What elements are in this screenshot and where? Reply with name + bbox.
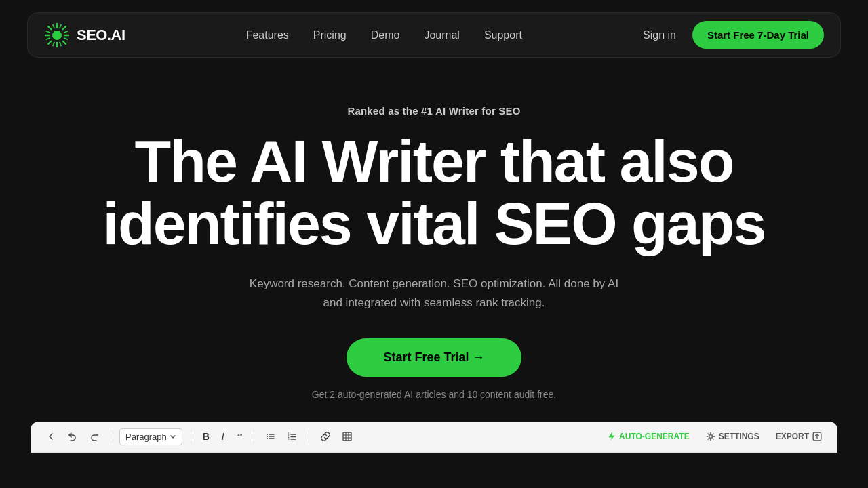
undo-button[interactable]	[64, 430, 81, 443]
svg-text:3.: 3.	[288, 437, 290, 441]
sign-in-link[interactable]: Sign in	[643, 29, 676, 41]
svg-point-0	[52, 30, 62, 40]
export-label: EXPORT	[776, 432, 809, 441]
svg-line-12	[64, 31, 68, 33]
svg-line-15	[60, 24, 61, 28]
auto-generate-label: AUTO-GENERATE	[619, 432, 690, 441]
nav-links: Features Pricing Demo Journal Support	[246, 29, 522, 41]
ordered-list-button[interactable]: 1. 2. 3.	[284, 430, 300, 443]
hero-badge: Ranked as the #1 AI Writer for SEO	[347, 105, 520, 117]
back-button[interactable]	[43, 430, 59, 443]
lightning-icon	[606, 432, 616, 441]
hero-note: Get 2 auto-generated AI articles and 10 …	[312, 389, 556, 400]
editor-preview: Paragraph B I “” 1.	[31, 422, 837, 453]
svg-line-10	[64, 38, 68, 39]
settings-button[interactable]: SETTINGS	[703, 430, 763, 443]
nav-item-features[interactable]: Features	[246, 29, 289, 41]
svg-line-11	[47, 38, 50, 39]
paragraph-dropdown[interactable]: Paragraph	[119, 428, 182, 445]
paragraph-label: Paragraph	[125, 432, 167, 442]
toolbar-separator-1	[111, 430, 111, 443]
chevron-down-icon	[170, 433, 176, 440]
nav-item-pricing[interactable]: Pricing	[313, 29, 347, 41]
hero-subtitle: Keyword research. Content generation. SE…	[244, 274, 624, 312]
svg-point-21	[267, 438, 268, 439]
svg-line-16	[53, 42, 54, 45]
svg-line-7	[63, 26, 66, 29]
nav-item-demo[interactable]: Demo	[371, 29, 400, 41]
hero-section: Ranked as the #1 AI Writer for SEO The A…	[0, 70, 868, 422]
svg-rect-29	[343, 432, 351, 441]
quote-button[interactable]: “”	[233, 430, 246, 444]
svg-point-17	[267, 434, 268, 435]
gear-icon	[706, 432, 715, 441]
redo-button[interactable]	[86, 430, 102, 443]
unordered-list-button[interactable]	[262, 430, 279, 443]
toolbar-separator-3	[254, 430, 254, 443]
italic-button[interactable]: I	[218, 429, 228, 444]
logo[interactable]: SEO.AI	[44, 22, 125, 48]
hero-title-line2: identifies vital SEO gaps	[103, 190, 766, 257]
nav-item-support[interactable]: Support	[484, 29, 522, 41]
export-icon	[812, 432, 822, 441]
logo-wordmark: SEO.AI	[77, 26, 125, 44]
nav-item-journal[interactable]: Journal	[424, 29, 459, 41]
settings-label: SETTINGS	[719, 432, 760, 441]
svg-line-5	[48, 26, 51, 29]
auto-generate-button[interactable]: AUTO-GENERATE	[603, 430, 693, 443]
nav-right: Sign in Start Free 7-Day Trial	[643, 21, 824, 49]
hero-cta-button[interactable]: Start Free Trial →	[347, 338, 521, 377]
svg-line-8	[48, 41, 51, 43]
editor-toolbar: Paragraph B I “” 1.	[31, 422, 837, 453]
toolbar-right-actions: AUTO-GENERATE SETTINGS EXPORT	[603, 430, 825, 443]
hero-title-line1: The AI Writer that also	[134, 127, 733, 195]
svg-line-13	[53, 24, 54, 28]
export-button[interactable]: EXPORT	[772, 430, 825, 443]
nav-cta-button[interactable]: Start Free 7-Day Trial	[692, 21, 824, 49]
table-button[interactable]	[339, 430, 355, 443]
toolbar-separator-2	[191, 430, 191, 443]
svg-point-34	[709, 435, 712, 439]
link-button[interactable]	[317, 430, 334, 443]
hero-title: The AI Writer that also identifies vital…	[103, 130, 766, 256]
svg-line-6	[63, 41, 66, 43]
logo-icon	[44, 22, 70, 48]
svg-line-9	[47, 31, 50, 33]
svg-line-14	[60, 42, 61, 45]
svg-point-19	[267, 436, 268, 437]
toolbar-separator-4	[309, 430, 309, 443]
bold-button[interactable]: B	[199, 429, 213, 444]
navbar: SEO.AI Features Pricing Demo Journal Sup…	[27, 12, 841, 58]
